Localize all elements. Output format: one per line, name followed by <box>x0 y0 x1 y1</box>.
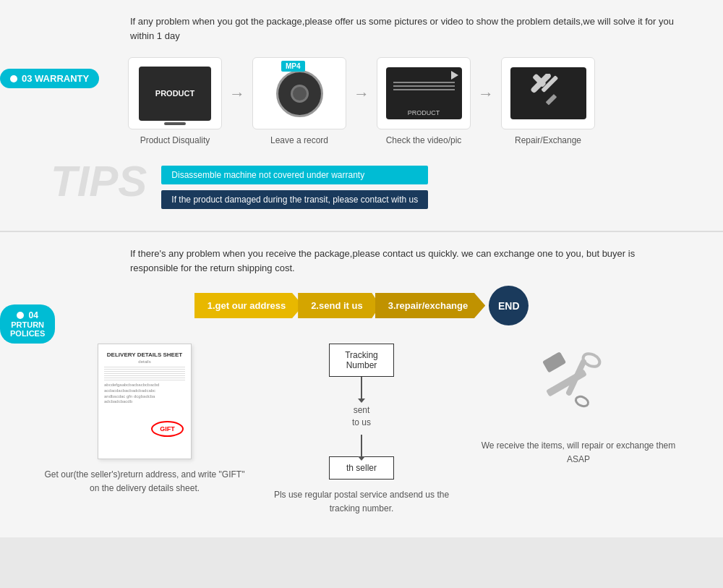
flow-item-mp4: MP4 Leave a record <box>252 57 346 145</box>
tracking-arrow-group: sent to us <box>352 377 371 456</box>
mp4-icon: MP4 <box>267 61 332 126</box>
tracking-col: Tracking Number sent to us th seller Pls… <box>260 344 463 516</box>
tracking-col-text: Pls use regular postal service andsend u… <box>260 488 463 516</box>
tip-note-cyan: Disassemble machine not covered under wa… <box>161 166 428 184</box>
sent-to-text: sent to us <box>352 404 371 429</box>
tracking-number-box: Tracking Number <box>329 344 394 377</box>
warranty-description: If any problem when you got the package,… <box>130 14 680 43</box>
delivery-sheet: DELIVERY DETAILS SHEET details abcdefgaa… <box>98 344 192 459</box>
video-icon: PRODUCT <box>386 67 462 119</box>
end-circle: END <box>489 286 529 325</box>
d-line-3 <box>104 371 185 372</box>
step-shape-1: 1.get our address <box>194 293 303 318</box>
svg-rect-6 <box>565 358 587 396</box>
flow-item-product: PRODUCT Product Disquality <box>128 57 222 145</box>
arrow-1: → <box>229 85 245 103</box>
step-2-label: 2.send it us <box>311 300 363 311</box>
flow-item-video: PRODUCT Check the video/pic <box>377 57 471 145</box>
step-1-label: 1.get our address <box>208 300 286 311</box>
video-line-1 <box>393 82 455 83</box>
video-label: PRODUCT <box>408 109 440 116</box>
delivery-text: abcdefgaabcbacbacbcbacbd acdacdacbacbadc… <box>104 383 185 405</box>
steps-flow: 1.get our address 2.send it us 3.repair/… <box>43 286 680 325</box>
return-cols: DELIVERY DETAILS SHEET details abcdefgaa… <box>43 344 680 516</box>
product-icon: PRODUCT <box>139 67 211 121</box>
tip-note-dark: If the product damaged during the transi… <box>161 190 428 209</box>
d-line-7 <box>104 380 185 380</box>
step-1: 1.get our address <box>194 293 303 318</box>
video-label-text: Check the video/pic <box>386 135 462 145</box>
flow-item-repair: Repair/Exchange <box>501 57 595 145</box>
step-3: 3.repair/exchange <box>375 293 486 318</box>
video-box: PRODUCT <box>377 57 471 129</box>
tips-title: TIPS <box>51 160 147 203</box>
gift-label: GIFT <box>160 425 175 433</box>
return-badge-inner: 04 PRTURN POLICES <box>0 304 55 344</box>
video-line-3 <box>393 89 455 90</box>
tracking-arrow-2 <box>361 435 362 456</box>
return-badge-text: PRTURN POLICES <box>10 320 45 338</box>
d-line-4 <box>104 373 185 374</box>
arrow-3: → <box>478 85 494 103</box>
delivery-subtitle: details <box>104 359 185 364</box>
tracking-flow: sent to us <box>352 377 371 456</box>
return-dot <box>17 312 24 319</box>
product-disquality-box: PRODUCT <box>128 57 222 129</box>
badge-dot <box>10 75 17 82</box>
repair-box <box>501 57 595 129</box>
warranty-flow: PRODUCT Product Disquality → MP4 Leave a… <box>43 57 680 145</box>
tools-col-text: We receive the items, will repair or exc… <box>477 439 680 466</box>
gift-oval: GIFT <box>151 421 184 437</box>
warranty-badge-label: 03 WARRANTY <box>22 73 89 84</box>
seller-label: th seller <box>346 463 377 473</box>
repair-icon <box>510 67 586 119</box>
return-section: If there's any problem when you receive … <box>0 232 723 537</box>
arrow-2: → <box>354 85 369 103</box>
d-line-6 <box>104 378 185 378</box>
end-label: END <box>498 300 520 312</box>
mp4-tag: MP4 <box>281 61 305 72</box>
main-container: 03 WARRANTY If any problem when you got … <box>0 0 723 537</box>
mp4-box-container: MP4 <box>252 57 346 129</box>
product-label: Product Disquality <box>140 135 210 145</box>
return-badge-row: 04 <box>17 310 38 320</box>
step-shape-3: 3.repair/exchange <box>375 293 486 318</box>
tracking-diagram: Tracking Number sent to us th seller <box>329 344 394 480</box>
tools-col: We receive the items, will repair or exc… <box>477 344 680 466</box>
svg-point-8 <box>574 395 589 408</box>
d-line-5 <box>104 375 185 376</box>
return-badge-num: 04 <box>28 310 38 320</box>
svg-rect-3 <box>546 94 557 106</box>
tools-svg <box>526 74 570 114</box>
step-3-label: 3.repair/exchange <box>388 300 469 311</box>
delivery-col-text: Get our(the seller's)return address, and… <box>43 468 246 495</box>
mp4-label: Leave a record <box>270 135 328 145</box>
svg-rect-5 <box>542 351 566 373</box>
delivery-lines <box>104 367 185 380</box>
tools-icon-svg <box>535 344 622 430</box>
d-line-2 <box>104 369 185 370</box>
delivery-col: DELIVERY DETAILS SHEET details abcdefgaa… <box>43 344 246 495</box>
video-lines <box>393 82 455 93</box>
tips-notes: Disassemble machine not covered under wa… <box>161 166 428 209</box>
delivery-title: DELIVERY DETAILS SHEET <box>104 351 185 358</box>
repair-label: Repair/Exchange <box>515 135 581 145</box>
play-icon <box>451 71 458 80</box>
tracking-arrow-1 <box>361 377 362 399</box>
warranty-section: 03 WARRANTY If any problem when you got … <box>0 0 723 232</box>
d-line-1 <box>104 367 185 367</box>
video-line-2 <box>393 85 455 87</box>
return-description: If there's any problem when you receive … <box>130 247 680 275</box>
return-badge: 04 PRTURN POLICES <box>0 304 55 344</box>
step-2: 2.send it us <box>298 293 380 318</box>
mp4-inner <box>291 85 309 103</box>
tips-section: TIPS Disassemble machine not covered und… <box>43 160 680 209</box>
step-shape-2: 2.send it us <box>298 293 380 318</box>
warranty-badge: 03 WARRANTY <box>0 69 99 88</box>
mp4-circle <box>276 70 323 117</box>
tracking-number-text: Tracking Number <box>345 350 378 370</box>
